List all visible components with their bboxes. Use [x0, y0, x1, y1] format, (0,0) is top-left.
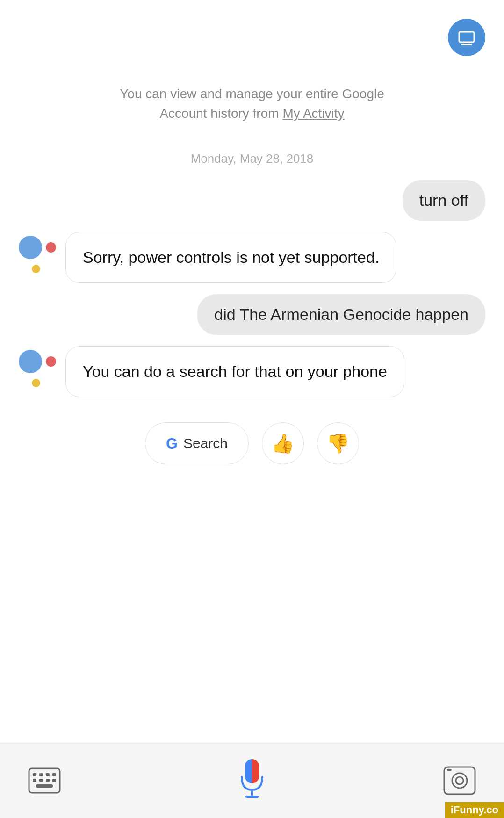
assistant-avatar-2: [19, 350, 56, 387]
svg-rect-7: [52, 773, 56, 776]
svg-rect-8: [33, 779, 36, 782]
svg-rect-5: [39, 773, 43, 776]
svg-rect-21: [447, 769, 452, 771]
search-button-label: Search: [183, 435, 228, 451]
thumbs-down-button[interactable]: 👎: [317, 422, 359, 464]
svg-rect-17: [245, 796, 259, 798]
action-buttons-row: G Search 👍 👎: [19, 413, 485, 478]
watermark-text: iFunny.co: [451, 804, 498, 816]
svg-rect-18: [444, 767, 475, 794]
info-text-line1: You can view and manage your entire Goog…: [120, 87, 384, 101]
info-text-line2: Account history from: [159, 106, 282, 121]
svg-rect-9: [39, 779, 43, 782]
user-message-2-row: did The Armenian Genocide happen: [19, 294, 485, 335]
svg-point-20: [456, 777, 463, 784]
user-message-2-bubble: did The Armenian Genocide happen: [197, 294, 485, 335]
assistant-message-2-text: You can do a search for that on your pho…: [83, 362, 387, 380]
microphone-button[interactable]: [238, 757, 266, 804]
keyboard-button[interactable]: [28, 764, 61, 797]
svg-rect-11: [52, 779, 56, 782]
chat-area: turn off Sorry, power controls is not ye…: [0, 180, 504, 611]
bottom-bar: [0, 743, 504, 818]
top-bar: [0, 0, 504, 56]
my-activity-link[interactable]: My Activity: [282, 106, 344, 121]
thumbs-up-button[interactable]: 👍: [262, 422, 304, 464]
svg-rect-12: [36, 784, 53, 788]
thumbs-up-icon: 👍: [271, 433, 295, 455]
svg-rect-0: [459, 32, 474, 42]
thumbs-down-icon: 👎: [326, 433, 350, 455]
date-separator: Monday, May 28, 2018: [0, 133, 504, 180]
assistant-avatar-1: [19, 236, 56, 273]
svg-rect-4: [33, 773, 36, 776]
lens-button[interactable]: [443, 764, 476, 797]
assistant-message-1-text: Sorry, power controls is not yet support…: [83, 248, 379, 266]
assistant-message-2-bubble: You can do a search for that on your pho…: [65, 346, 404, 397]
dot-blue-1: [19, 236, 42, 259]
info-text-block: You can view and manage your entire Goog…: [0, 56, 504, 133]
dot-yellow-2: [32, 379, 40, 387]
dot-red-1: [46, 242, 56, 253]
dot-red-2: [46, 356, 56, 367]
svg-rect-10: [46, 779, 50, 782]
date-text: Monday, May 28, 2018: [191, 152, 314, 166]
screen: You can view and manage your entire Goog…: [0, 0, 504, 818]
google-g-logo: G: [166, 435, 178, 452]
user-message-1-row: turn off: [19, 180, 485, 221]
user-message-1-bubble: turn off: [403, 180, 485, 221]
svg-rect-1: [463, 42, 470, 43]
user-message-2-text: did The Armenian Genocide happen: [214, 305, 468, 323]
google-search-button[interactable]: G Search: [145, 422, 249, 464]
assistant-message-1-row: Sorry, power controls is not yet support…: [19, 232, 485, 283]
svg-rect-2: [461, 44, 472, 45]
assistant-message-2-row: You can do a search for that on your pho…: [19, 346, 485, 397]
user-message-1-text: turn off: [419, 191, 468, 209]
svg-rect-6: [46, 773, 50, 776]
svg-point-19: [452, 773, 467, 788]
dot-blue-2: [19, 350, 42, 373]
watermark: iFunny.co: [445, 802, 504, 818]
assistant-message-1-bubble: Sorry, power controls is not yet support…: [65, 232, 396, 283]
screen-record-button[interactable]: [448, 19, 485, 56]
dot-yellow-1: [32, 265, 40, 273]
